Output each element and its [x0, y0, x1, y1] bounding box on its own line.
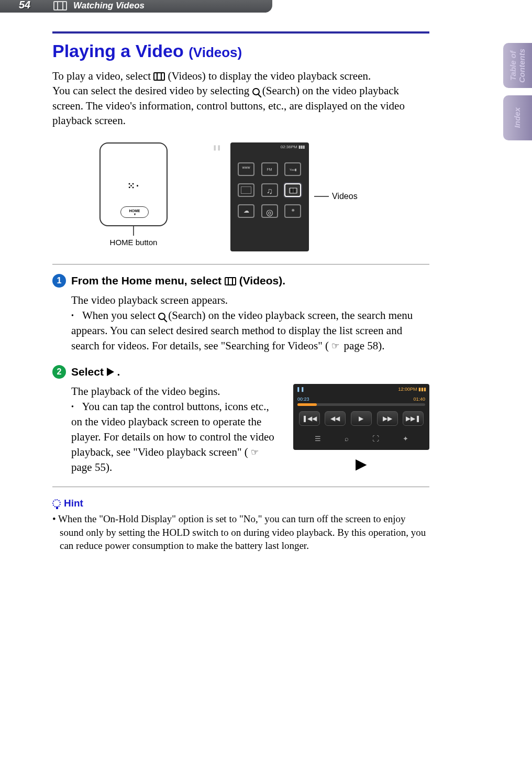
forward-button: ▶▶: [377, 411, 398, 426]
menu-status-bar: ❚❚ 02:36PM ▮▮▮: [281, 145, 305, 149]
hint-text: When the "On-Hold Display" option is set…: [52, 512, 429, 553]
step2-bullet-a: You can tap the control buttons, icons e…: [71, 400, 274, 458]
home-button-label: HOME: [129, 209, 140, 213]
title-rule: [52, 31, 429, 34]
device-body: ⁙∙ HOME ▾: [99, 142, 168, 226]
tab-index[interactable]: Index: [503, 95, 532, 140]
play-button: ▶: [351, 411, 372, 426]
page-reference-icon: [251, 449, 260, 456]
page-title: Playing a Video (Videos): [52, 41, 429, 61]
figure-row: ⁙∙ HOME ▾ HOME button ❚❚ 02:36PM ▮▮▮ www…: [94, 142, 429, 251]
video-playback-screenshot: ❚❚ 12:00PM ▮▮▮ 00:23 01:40 ❚◀◀ ◀◀ ▶ ▶▶ ▶…: [293, 384, 429, 450]
separator: [52, 487, 429, 487]
menu-status-time: 02:36PM: [281, 145, 297, 149]
videos-icon: [225, 277, 236, 285]
step-1-body: The video playback screen appears. When …: [71, 293, 429, 354]
step-1-heading: 1 From the Home menu, select (Videos).: [52, 274, 429, 288]
walkman-logo: ⁙∙: [101, 180, 167, 192]
step-1-number: 1: [52, 274, 66, 288]
menu-item-fm: FM: [261, 162, 278, 176]
total-time: 01:40: [413, 396, 425, 402]
menu-item-noise-cancel: ◎: [261, 204, 278, 218]
rewind-button: ◀◀: [325, 411, 346, 426]
previous-button: ❚◀◀: [299, 411, 320, 426]
home-button: HOME ▾: [120, 206, 149, 218]
list-icon: ☰: [315, 434, 321, 444]
play-icon-large: ▶: [293, 454, 429, 475]
home-menu-grid: www FM You▮ ♫ ☁ ◎ ⎈: [238, 162, 302, 218]
tab-index-label: Index: [513, 107, 522, 128]
step2-bullet: You can tap the control buttons, icons e…: [71, 399, 280, 475]
progress-bar: [297, 403, 425, 406]
step2-head-a: Select: [71, 366, 107, 378]
elapsed-time: 00:23: [297, 396, 309, 402]
menu-item-videos: [284, 183, 301, 197]
intro-1a: To play a video, select: [52, 70, 153, 82]
tab-toc-label: Table of Contents: [509, 49, 526, 83]
step-2-body: The playback of the video begins. You ca…: [71, 384, 429, 475]
step1-bullet-c: page 58).: [343, 339, 384, 352]
search-icon: [158, 313, 165, 320]
pause-indicator-icon: ❚❚: [213, 145, 221, 150]
step2-bullet-b: page 55).: [71, 461, 112, 473]
search-icon: [252, 88, 260, 95]
step2-intro: The playback of the video begins.: [71, 384, 280, 399]
device-illustration: ⁙∙ HOME ▾ HOME button: [94, 142, 173, 247]
section-title: Watching Videos: [73, 1, 145, 11]
callout-line: [133, 226, 134, 236]
videos-icon: [153, 72, 165, 81]
menu-item-podcast: ☁: [238, 204, 254, 218]
page-header: 54 Watching Videos: [0, 0, 272, 13]
separator: [52, 264, 429, 265]
intro-1b: (Videos) to display the video playback s…: [168, 70, 371, 82]
menu-item-music: ♫: [261, 183, 278, 197]
step-2: 2 Select . The playback of the video beg…: [52, 365, 429, 475]
intro-2a: You can select the desired video by sele…: [52, 84, 252, 97]
menu-item-www: www: [238, 162, 254, 176]
page-content: Playing a Video (Videos) To play a video…: [52, 31, 429, 553]
hint-bulb-icon: [52, 499, 61, 508]
step-2-heading: 2 Select .: [52, 365, 429, 379]
playback-status-time: 12:00PM: [398, 387, 417, 392]
pause-indicator-icon: ❚❚: [296, 386, 305, 392]
step1-head-b: (Videos).: [239, 274, 285, 287]
page-number: 54: [19, 0, 30, 11]
title-main: Playing a Video: [52, 41, 184, 61]
title-sub: (Videos): [189, 45, 242, 60]
hint-heading: Hint: [52, 498, 429, 509]
menu-item-settings: ⎈: [284, 204, 301, 218]
tab-table-of-contents[interactable]: Table of Contents: [503, 43, 532, 88]
step2-head-b: .: [117, 366, 120, 378]
intro-paragraph: To play a video, select (Videos) to disp…: [52, 69, 429, 128]
home-menu-screenshot: ❚❚ 02:36PM ▮▮▮ www FM You▮ ♫ ☁ ◎ ⎈: [230, 142, 309, 251]
videos-callout: Videos: [314, 192, 358, 201]
play-icon: [107, 368, 114, 376]
videos-callout-label: Videos: [332, 192, 358, 201]
home-button-caption: HOME button: [94, 238, 173, 247]
battery-icon: ▮▮▮: [298, 145, 305, 149]
options-icon: ✦: [403, 434, 408, 444]
step1-bullet: When you select (Search) on the video pl…: [71, 308, 429, 354]
video-section-icon: [53, 1, 67, 10]
hint-label: Hint: [64, 498, 83, 509]
step-1: 1 From the Home menu, select (Videos). T…: [52, 274, 429, 354]
next-button: ▶▶❚: [403, 411, 424, 426]
scene-icon: ⛶: [372, 434, 379, 444]
step1-intro: The video playback screen appears.: [71, 293, 429, 308]
search-icon: ⌕: [345, 434, 349, 444]
step1-head-a: From the Home menu, select: [71, 274, 225, 287]
step1-bullet-a: When you select: [82, 309, 158, 322]
control-row: ❚◀◀ ◀◀ ▶ ▶▶ ▶▶❚: [293, 406, 429, 431]
step-2-number: 2: [52, 365, 66, 379]
menu-item-youtube: You▮: [284, 162, 301, 176]
menu-item-photos: [238, 183, 254, 197]
page-reference-icon: [331, 343, 341, 350]
